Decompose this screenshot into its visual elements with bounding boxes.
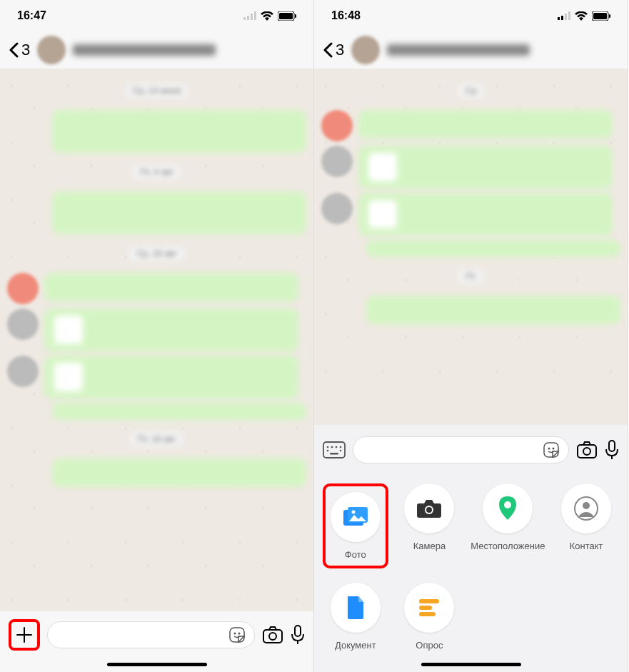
home-indicator[interactable] — [107, 663, 207, 666]
svg-rect-21 — [323, 442, 345, 458]
svg-point-31 — [553, 448, 555, 450]
file-message-bubble[interactable] — [358, 146, 613, 189]
status-icons — [558, 11, 610, 21]
contact-icon — [574, 496, 598, 521]
camera-icon[interactable] — [262, 626, 283, 644]
cellular-icon — [243, 11, 256, 20]
svg-point-11 — [269, 633, 276, 640]
attach-poll[interactable]: Опрос — [397, 583, 463, 651]
date-separator: Ср, 16 авг — [128, 246, 185, 261]
svg-rect-16 — [565, 14, 567, 20]
message-bubble[interactable] — [366, 296, 620, 324]
file-icon — [7, 309, 39, 340]
date-separator: Пт, 4 авг — [131, 164, 182, 180]
chat-header: 3 — [0, 31, 313, 69]
mic-icon[interactable] — [605, 440, 619, 460]
message-bubble[interactable] — [52, 191, 306, 234]
file-message-bubble[interactable] — [358, 193, 613, 236]
contact-avatar[interactable] — [37, 36, 66, 64]
status-time: 16:47 — [17, 9, 46, 22]
file-icon — [321, 146, 353, 177]
svg-rect-29 — [544, 443, 558, 457]
svg-rect-14 — [558, 17, 560, 20]
message-bubble[interactable] — [52, 110, 306, 153]
svg-rect-6 — [295, 14, 296, 18]
svg-rect-17 — [568, 11, 570, 20]
svg-rect-44 — [419, 599, 439, 603]
attach-label: Контакт — [570, 541, 603, 551]
voice-message-bubble[interactable] — [44, 273, 298, 301]
back-button[interactable]: 3 — [323, 41, 344, 59]
svg-rect-19 — [593, 13, 607, 19]
svg-rect-15 — [561, 16, 563, 20]
wifi-icon — [261, 11, 273, 21]
svg-point-41 — [504, 501, 511, 508]
svg-rect-46 — [419, 612, 436, 616]
panel-input-row — [323, 436, 619, 463]
mic-icon[interactable] — [291, 625, 305, 645]
date-separator: Пт — [457, 269, 484, 284]
attach-contact[interactable]: Контакт — [553, 483, 619, 568]
status-time: 16:48 — [331, 9, 361, 22]
chat-area[interactable]: Ср, 14 июня Пт, 4 авг Ср, 16 авг Пт, 18 … — [0, 69, 313, 611]
camera-icon[interactable] — [576, 441, 598, 459]
sticker-icon[interactable] — [543, 441, 560, 458]
svg-rect-1 — [247, 16, 249, 20]
svg-point-27 — [340, 450, 342, 452]
attach-label: Опрос — [416, 640, 443, 651]
attach-camera[interactable]: Камера — [397, 483, 463, 568]
svg-point-22 — [327, 446, 329, 448]
svg-point-8 — [234, 632, 236, 634]
svg-point-33 — [583, 448, 590, 455]
message-input[interactable] — [353, 436, 569, 463]
svg-rect-5 — [279, 13, 293, 19]
file-message-bubble[interactable] — [44, 309, 298, 351]
sticker-icon[interactable] — [228, 626, 246, 643]
svg-point-24 — [336, 446, 338, 448]
voice-avatar — [321, 110, 353, 141]
back-count: 3 — [336, 41, 344, 59]
camera-fill-icon — [416, 498, 442, 519]
svg-point-40 — [426, 507, 432, 513]
status-bar: 16:47 — [0, 0, 313, 31]
cellular-icon — [558, 11, 570, 20]
attach-button[interactable] — [11, 622, 37, 648]
plus-icon — [15, 626, 34, 644]
attach-location[interactable]: Местоположение — [471, 483, 545, 568]
message-bubble[interactable] — [366, 240, 620, 257]
attach-label: Документ — [335, 640, 376, 651]
home-indicator[interactable] — [421, 663, 521, 666]
svg-rect-7 — [230, 628, 244, 642]
message-bubble[interactable] — [52, 458, 306, 487]
poll-icon — [418, 598, 441, 618]
contact-avatar[interactable] — [351, 36, 380, 64]
svg-rect-34 — [609, 441, 615, 451]
attach-photo[interactable]: Фото — [328, 492, 383, 560]
keyboard-icon[interactable] — [323, 441, 346, 458]
message-input[interactable] — [47, 621, 255, 648]
svg-rect-2 — [251, 14, 253, 20]
battery-icon — [592, 11, 610, 21]
chevron-left-icon — [9, 42, 19, 58]
message-bubble[interactable] — [52, 403, 306, 420]
contact-name-blurred[interactable] — [73, 44, 216, 56]
attachment-grid: Фото Камера Местоположение Контакт — [323, 483, 619, 651]
back-button[interactable]: 3 — [9, 41, 30, 59]
highlight-photo: Фото — [323, 483, 388, 568]
status-bar: 16:48 — [314, 0, 628, 31]
file-message-bubble[interactable] — [44, 356, 298, 398]
svg-point-25 — [340, 446, 342, 448]
svg-rect-0 — [243, 17, 246, 20]
svg-point-30 — [548, 448, 550, 450]
contact-name-blurred[interactable] — [387, 44, 530, 56]
chat-area[interactable]: Ср Пт — [314, 69, 628, 383]
svg-point-43 — [583, 502, 590, 509]
attach-document[interactable]: Документ — [323, 583, 388, 651]
date-separator: Ср — [457, 83, 485, 99]
voice-message-bubble[interactable] — [358, 110, 613, 139]
svg-rect-28 — [330, 453, 338, 455]
svg-rect-3 — [254, 11, 256, 20]
wifi-icon — [575, 11, 588, 21]
file-icon — [7, 356, 39, 387]
status-icons — [243, 11, 296, 21]
